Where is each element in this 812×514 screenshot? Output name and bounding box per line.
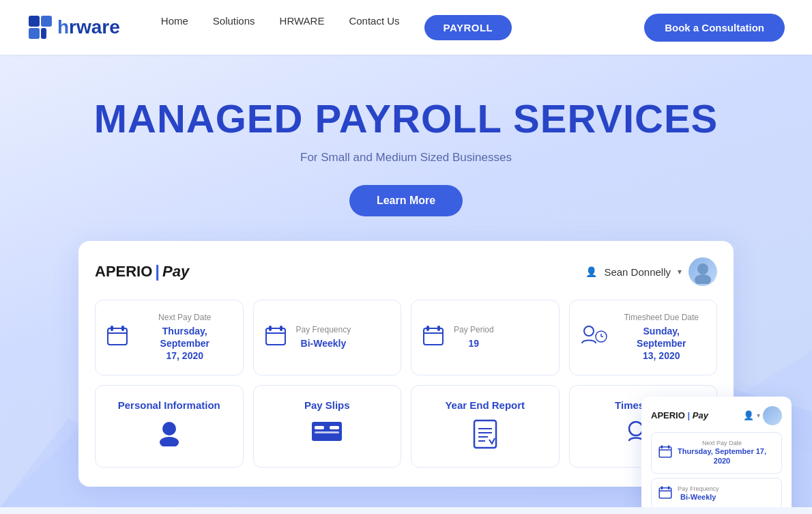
svg-rect-9 — [108, 328, 127, 345]
info-card-next-pay: Next Pay Date Thursday, September17, 202… — [95, 300, 244, 375]
aperio-header: APERIO | Pay 👤 Sean Donnelly ▾ — [95, 257, 717, 286]
svg-point-25 — [162, 422, 176, 436]
aperio-user[interactable]: 👤 Sean Donnelly ▾ — [585, 257, 717, 286]
avatar — [688, 257, 717, 286]
report-icon — [473, 419, 497, 455]
user-name: Sean Donnelly — [604, 266, 671, 278]
info-card-timesheet-value: Sunday, September13, 2020 — [618, 325, 706, 362]
mini-avatar — [763, 406, 782, 425]
info-cards: Next Pay Date Thursday, September17, 202… — [95, 300, 717, 375]
payroll-button[interactable]: PAYROLL — [424, 15, 512, 40]
svg-rect-17 — [424, 328, 443, 345]
info-card-timesheet-content: Timesheet Due Date Sunday, September13, … — [618, 313, 706, 362]
mini-chevron-icon: ▾ — [757, 412, 760, 419]
info-card-next-pay-content: Next Pay Date Thursday, September17, 202… — [138, 313, 232, 362]
timesheet-due-icon — [581, 324, 608, 351]
aperio-logo: APERIO | Pay — [95, 262, 189, 281]
aperio-pipe: | — [155, 262, 160, 281]
nav-card-personal-info[interactable]: Personal Information — [95, 385, 244, 468]
mini-aperio-card: APERIO | Pay 👤 ▾ Next Pay Date Thursday,… — [641, 397, 792, 507]
svg-rect-20 — [437, 326, 440, 331]
info-card-pay-freq-value: Bi-Weekly — [296, 337, 351, 349]
aperio-text: APERIO — [95, 263, 152, 281]
pay-slips-label: Pay Slips — [304, 399, 350, 411]
nav-links: Home Solutions HRWARE Contact Us PAYROLL — [161, 15, 644, 40]
nav-card-pay-slips[interactable]: Pay Slips — [253, 385, 402, 468]
svg-rect-0 — [29, 16, 40, 27]
svg-rect-19 — [426, 326, 429, 331]
info-card-next-pay-label: Next Pay Date — [138, 313, 232, 322]
nav-link-home[interactable]: Home — [161, 15, 188, 40]
info-card-pay-period-value: 19 — [454, 337, 494, 349]
nav-card-year-end[interactable]: Year End Report — [411, 385, 560, 468]
personal-info-label: Personal Information — [118, 399, 220, 411]
info-card-pay-period: Pay Period 19 — [411, 300, 560, 375]
consult-button[interactable]: Book a Consultation — [644, 14, 785, 42]
mini-logo: APERIO | Pay — [651, 410, 708, 420]
svg-rect-31 — [474, 420, 496, 448]
hero-section: MANAGED PAYROLL SERVICES For Small and M… — [0, 55, 812, 507]
mini-calendar2-icon — [658, 485, 672, 502]
mini-pay-freq-label: Pay Frequency — [678, 485, 719, 492]
info-card-next-pay-value: Thursday, September17, 2020 — [138, 325, 232, 362]
svg-rect-29 — [315, 431, 339, 433]
svg-rect-16 — [280, 326, 282, 331]
logo-icon — [27, 14, 53, 40]
mini-user-icon: 👤 — [743, 410, 754, 420]
info-card-pay-period-label: Pay Period — [454, 325, 494, 334]
svg-rect-46 — [661, 486, 663, 489]
logo-text: hrware — [57, 16, 120, 38]
svg-point-8 — [695, 274, 711, 284]
info-card-pay-freq: Pay Frequency Bi-Weekly — [253, 300, 402, 375]
mini-next-pay-label: Next Pay Date — [678, 440, 766, 446]
info-card-timesheet: Timesheet Due Date Sunday, September13, … — [569, 300, 718, 375]
logo: hrware — [27, 14, 120, 40]
nav-link-solutions[interactable]: Solutions — [213, 15, 255, 40]
mini-pay-freq-content: Pay Frequency Bi-Weekly — [678, 485, 719, 502]
chevron-down-icon: ▾ — [678, 267, 682, 276]
aperio-pay: Pay — [162, 263, 189, 281]
svg-rect-11 — [111, 326, 113, 331]
svg-rect-43 — [668, 445, 670, 448]
mini-info-pay-freq: Pay Frequency Bi-Weekly — [651, 478, 782, 507]
nav-right: Book a Consultation — [644, 14, 785, 42]
mini-user-icons: 👤 ▾ — [743, 406, 782, 425]
svg-rect-44 — [659, 487, 671, 498]
svg-point-26 — [160, 437, 179, 446]
mini-info-next-pay: Next Pay Date Thursday, September 17,202… — [651, 432, 782, 474]
svg-point-7 — [697, 263, 708, 274]
calendar-freq-icon — [265, 324, 287, 351]
svg-rect-1 — [41, 16, 52, 27]
person-icon — [156, 419, 183, 452]
svg-point-21 — [584, 326, 594, 336]
svg-rect-42 — [661, 445, 663, 448]
mini-pay-freq-value: Bi-Weekly — [678, 492, 719, 502]
svg-rect-30 — [330, 426, 339, 429]
aperio-card: APERIO | Pay 👤 Sean Donnelly ▾ — [78, 241, 734, 487]
nav-cards: Personal Information Pay Slips — [95, 385, 717, 468]
info-card-timesheet-label: Timesheet Due Date — [618, 313, 706, 322]
calendar-icon — [106, 324, 128, 351]
svg-rect-13 — [266, 328, 285, 345]
learn-more-button[interactable]: Learn More — [349, 185, 463, 216]
navbar: hrware Home Solutions HRWARE Contact Us … — [0, 0, 812, 55]
svg-rect-40 — [659, 447, 671, 457]
info-card-pay-freq-content: Pay Frequency Bi-Weekly — [296, 325, 351, 349]
mini-calendar-icon — [658, 444, 672, 461]
svg-rect-47 — [668, 486, 670, 489]
year-end-label: Year End Report — [445, 399, 525, 411]
info-card-pay-period-content: Pay Period 19 — [454, 325, 494, 349]
pay-slips-icon — [310, 419, 343, 449]
mini-next-pay-content: Next Pay Date Thursday, September 17,202… — [678, 440, 766, 466]
info-card-pay-freq-label: Pay Frequency — [296, 325, 351, 334]
nav-link-hrware[interactable]: HRWARE — [280, 15, 325, 40]
nav-link-contact[interactable]: Contact Us — [349, 15, 399, 40]
svg-rect-2 — [29, 28, 40, 39]
hero-subtitle: For Small and Medium Sized Businesses — [14, 151, 798, 165]
svg-rect-15 — [269, 326, 272, 331]
svg-rect-12 — [121, 326, 124, 331]
mini-next-pay-value: Thursday, September 17,2020 — [678, 446, 766, 466]
user-icon: 👤 — [585, 266, 597, 277]
calendar-period-icon — [422, 324, 444, 351]
svg-rect-3 — [41, 28, 46, 39]
